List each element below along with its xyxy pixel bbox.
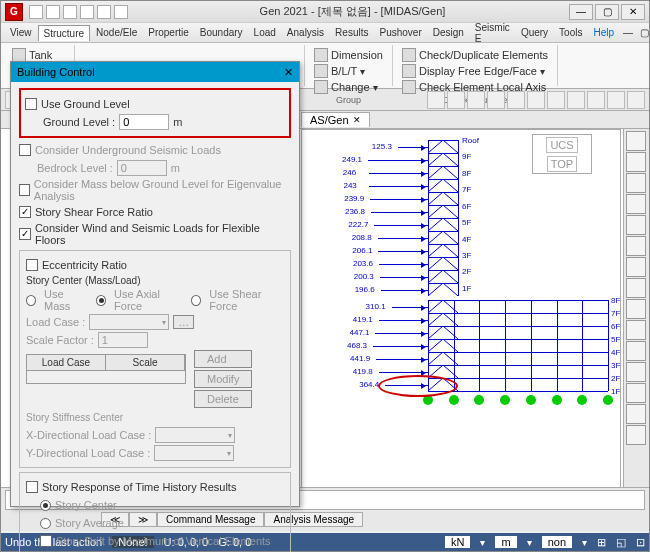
menu-properties[interactable]: Propertie xyxy=(143,25,194,40)
menu-max-icon[interactable]: ▢ xyxy=(637,27,650,38)
tool-icon[interactable] xyxy=(427,91,445,109)
svg-line-23 xyxy=(443,283,458,296)
status-kn[interactable]: kN xyxy=(445,536,470,548)
model-canvas[interactable]: UCS TOP 125.3249.1246243239.9236.8222.72… xyxy=(301,129,621,507)
menu-design[interactable]: Design xyxy=(428,25,469,40)
status-m[interactable]: m xyxy=(495,536,516,548)
menu-view[interactable]: View xyxy=(5,25,37,40)
tool-icon[interactable] xyxy=(547,91,565,109)
rtool-icon[interactable] xyxy=(626,257,646,277)
tool-icon[interactable] xyxy=(607,91,625,109)
rib-change[interactable]: Change▾ xyxy=(311,79,386,95)
menu-query[interactable]: Query xyxy=(516,25,553,40)
eccentricity-group: Eccentricity Ratio Story Center (Mass/Lo… xyxy=(19,250,291,468)
eccentricity-label: Eccentricity Ratio xyxy=(42,259,127,271)
window-buttons: — ▢ ✕ xyxy=(569,4,645,20)
use-shear-radio xyxy=(191,295,201,306)
qat-save-icon[interactable] xyxy=(63,5,77,19)
svg-line-3 xyxy=(443,153,458,166)
use-ground-level-checkbox[interactable] xyxy=(25,98,37,110)
tab-close-icon[interactable]: ✕ xyxy=(353,115,361,125)
rtool-icon[interactable] xyxy=(626,362,646,382)
menu-load[interactable]: Load xyxy=(249,25,281,40)
menu-help[interactable]: Help xyxy=(588,25,619,40)
rtool-icon[interactable] xyxy=(626,320,646,340)
wind-seismic-label: Consider Wind and Seismic Loads for Flex… xyxy=(35,222,291,246)
rtool-icon[interactable] xyxy=(626,278,646,298)
menu-node[interactable]: Node/Ele xyxy=(91,25,142,40)
story-shear-checkbox[interactable] xyxy=(19,206,31,218)
ground-level-unit: m xyxy=(173,116,182,128)
rtool-icon[interactable] xyxy=(626,215,646,235)
minimize-button[interactable]: — xyxy=(569,4,593,20)
eccentricity-checkbox[interactable] xyxy=(26,259,38,271)
tool-icon[interactable] xyxy=(627,91,645,109)
doc-tab[interactable]: AS/Gen✕ xyxy=(301,112,370,127)
highlight-oval xyxy=(378,375,458,397)
th-loadcase: Load Case xyxy=(27,355,106,370)
svg-line-14 xyxy=(428,231,443,244)
right-toolbar xyxy=(623,129,649,507)
tool-icon[interactable] xyxy=(567,91,585,109)
story-response-checkbox[interactable] xyxy=(26,481,38,493)
qat-new-icon[interactable] xyxy=(29,5,43,19)
rtool-icon[interactable] xyxy=(626,341,646,361)
tool-icon[interactable] xyxy=(447,91,465,109)
dialog-titlebar[interactable]: Building Control ✕ xyxy=(11,62,299,82)
svg-line-0 xyxy=(428,140,443,153)
qat-close-icon[interactable] xyxy=(114,5,128,19)
close-button[interactable]: ✕ xyxy=(621,4,645,20)
status-icon[interactable]: ⊞ xyxy=(597,536,606,549)
qat-undo-icon[interactable] xyxy=(80,5,94,19)
svg-line-7 xyxy=(443,179,458,192)
rib-blt[interactable]: B/L/T▾ xyxy=(311,63,386,79)
menu-structure[interactable]: Structure xyxy=(38,25,91,41)
checkdup-icon xyxy=(402,48,416,62)
rtool-icon[interactable] xyxy=(626,383,646,403)
rtool-icon[interactable] xyxy=(626,131,646,151)
tool-icon[interactable] xyxy=(507,91,525,109)
tool-icon[interactable] xyxy=(487,91,505,109)
status-icon[interactable]: ⊡ xyxy=(636,536,645,549)
menu-pushover[interactable]: Pushover xyxy=(374,25,426,40)
rib-dimension[interactable]: Dimension xyxy=(311,47,386,63)
status-non[interactable]: non xyxy=(542,536,572,548)
menu-tools[interactable]: Tools xyxy=(554,25,587,40)
svg-line-1 xyxy=(443,140,458,153)
rib-freeedge[interactable]: Display Free Edge/Face▾ xyxy=(399,63,551,79)
maximize-button[interactable]: ▢ xyxy=(595,4,619,20)
tool-icon[interactable] xyxy=(587,91,605,109)
menu-analysis[interactable]: Analysis xyxy=(282,25,329,40)
dialog-title: Building Control xyxy=(17,66,95,78)
rtool-icon[interactable] xyxy=(626,404,646,424)
svg-line-10 xyxy=(428,205,443,218)
wind-seismic-checkbox[interactable] xyxy=(19,228,31,240)
qat-open-icon[interactable] xyxy=(46,5,60,19)
menu-seismic[interactable]: Seismic E xyxy=(470,20,515,46)
menu-results[interactable]: Results xyxy=(330,25,373,40)
tool-icon[interactable] xyxy=(527,91,545,109)
rtool-icon[interactable] xyxy=(626,236,646,256)
rtool-icon[interactable] xyxy=(626,152,646,172)
menubar: View Structure Node/Ele Propertie Bounda… xyxy=(1,23,649,43)
menu-boundary[interactable]: Boundary xyxy=(195,25,248,40)
dialog-close-icon[interactable]: ✕ xyxy=(284,66,293,79)
loadcase-table: Load CaseScale xyxy=(26,354,186,384)
use-mass-radio xyxy=(26,295,36,306)
rtool-icon[interactable] xyxy=(626,299,646,319)
tool-icon[interactable] xyxy=(467,91,485,109)
qat-redo-icon[interactable] xyxy=(97,5,111,19)
menu-min-icon[interactable]: — xyxy=(620,27,636,38)
underground-label: Consider Underground Seismic Loads xyxy=(35,144,221,156)
story-drift-checkbox xyxy=(40,535,52,547)
svg-line-15 xyxy=(443,231,458,244)
rib-checkdup[interactable]: Check/Duplicate Elements xyxy=(399,47,551,63)
svg-line-35 xyxy=(443,365,458,378)
ground-level-input[interactable] xyxy=(119,114,169,130)
rtool-icon[interactable] xyxy=(626,173,646,193)
svg-line-13 xyxy=(443,218,458,231)
underground-checkbox xyxy=(19,144,31,156)
rtool-icon[interactable] xyxy=(626,194,646,214)
rtool-icon[interactable] xyxy=(626,425,646,445)
status-icon[interactable]: ◱ xyxy=(616,536,626,549)
